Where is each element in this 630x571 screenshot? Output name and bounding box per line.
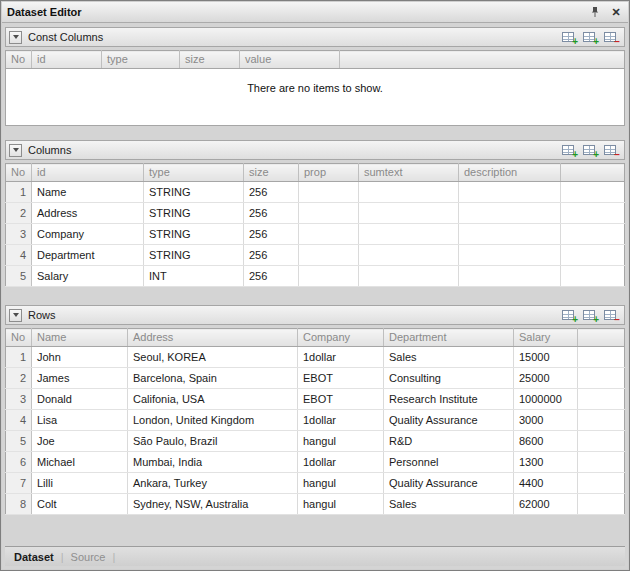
column-header[interactable]: type [144, 164, 244, 182]
row-number-cell[interactable]: 5 [6, 266, 32, 287]
data-cell[interactable]: R&D [384, 431, 514, 452]
row-number-cell[interactable]: 3 [6, 389, 32, 410]
data-cell[interactable] [299, 266, 359, 287]
close-icon[interactable]: ✕ [609, 5, 623, 19]
column-header[interactable]: sumtext [359, 164, 459, 182]
data-cell[interactable]: 1000000 [514, 389, 578, 410]
add-row-icon[interactable]: + [561, 143, 578, 158]
data-cell[interactable]: STRING [144, 224, 244, 245]
data-cell[interactable]: Department [32, 245, 144, 266]
data-cell[interactable]: 256 [244, 245, 299, 266]
data-cell[interactable] [299, 224, 359, 245]
data-cell[interactable]: hangul [298, 494, 384, 515]
data-cell[interactable]: 1dollar [298, 347, 384, 368]
data-cell[interactable]: Quality Assurance [384, 410, 514, 431]
collapse-icon[interactable] [9, 144, 22, 157]
data-cell[interactable]: Lilli [32, 473, 128, 494]
data-cell[interactable] [459, 203, 561, 224]
table-row[interactable]: 5SalaryINT256 [6, 266, 625, 287]
row-number-cell[interactable]: 3 [6, 224, 32, 245]
data-cell[interactable]: Name [32, 182, 144, 203]
data-cell[interactable] [459, 182, 561, 203]
data-cell[interactable]: 62000 [514, 494, 578, 515]
insert-row-icon[interactable]: + [582, 143, 599, 158]
column-header[interactable]: value [240, 51, 340, 69]
data-cell[interactable]: Research Institute [384, 389, 514, 410]
data-cell[interactable]: 256 [244, 224, 299, 245]
data-cell[interactable]: Seoul, KOREA [128, 347, 298, 368]
data-cell[interactable]: Califonia, USA [128, 389, 298, 410]
row-number-header[interactable]: No [6, 51, 32, 69]
table-row[interactable]: 2JamesBarcelona, SpainEBOTConsulting2500… [6, 368, 625, 389]
data-cell[interactable]: Barcelona, Spain [128, 368, 298, 389]
row-number-cell[interactable]: 4 [6, 245, 32, 266]
row-number-cell[interactable]: 7 [6, 473, 32, 494]
delete-row-icon[interactable]: − [603, 30, 620, 45]
table-row[interactable]: 3DonaldCalifonia, USAEBOTResearch Instit… [6, 389, 625, 410]
row-number-cell[interactable]: 1 [6, 182, 32, 203]
data-cell[interactable]: Company [32, 224, 144, 245]
row-number-cell[interactable]: 2 [6, 203, 32, 224]
data-cell[interactable]: 256 [244, 203, 299, 224]
tab-dataset[interactable]: Dataset [14, 551, 54, 563]
row-number-cell[interactable]: 2 [6, 368, 32, 389]
data-cell[interactable] [459, 266, 561, 287]
row-number-cell[interactable]: 5 [6, 431, 32, 452]
data-cell[interactable] [459, 245, 561, 266]
data-cell[interactable]: 256 [244, 266, 299, 287]
data-cell[interactable] [359, 245, 459, 266]
pin-icon[interactable] [588, 5, 602, 19]
column-header[interactable]: Name [32, 329, 128, 347]
column-header[interactable]: size [244, 164, 299, 182]
column-header[interactable]: id [32, 51, 102, 69]
table-row[interactable]: 8ColtSydney, NSW, AustraliahangulSales62… [6, 494, 625, 515]
data-cell[interactable]: EBOT [298, 368, 384, 389]
column-header[interactable]: Address [128, 329, 298, 347]
table-row[interactable]: 1JohnSeoul, KOREA1dollarSales15000 [6, 347, 625, 368]
data-cell[interactable]: 1dollar [298, 410, 384, 431]
data-cell[interactable]: 25000 [514, 368, 578, 389]
column-header[interactable]: size [180, 51, 240, 69]
data-cell[interactable]: 8600 [514, 431, 578, 452]
insert-row-icon[interactable]: + [582, 30, 599, 45]
data-cell[interactable]: Quality Assurance [384, 473, 514, 494]
data-cell[interactable]: 1300 [514, 452, 578, 473]
row-number-cell[interactable]: 1 [6, 347, 32, 368]
data-cell[interactable]: EBOT [298, 389, 384, 410]
data-cell[interactable]: Sydney, NSW, Australia [128, 494, 298, 515]
data-cell[interactable] [359, 224, 459, 245]
data-cell[interactable]: 15000 [514, 347, 578, 368]
data-cell[interactable]: Consulting [384, 368, 514, 389]
data-cell[interactable]: Salary [32, 266, 144, 287]
data-cell[interactable]: Donald [32, 389, 128, 410]
data-cell[interactable]: Michael [32, 452, 128, 473]
data-cell[interactable] [359, 203, 459, 224]
table-row[interactable]: 6MichaelMumbai, India1dollarPersonnel130… [6, 452, 625, 473]
column-header[interactable]: Salary [514, 329, 578, 347]
column-header[interactable]: Company [298, 329, 384, 347]
data-cell[interactable]: Ankara, Turkey [128, 473, 298, 494]
delete-row-icon[interactable]: − [603, 308, 620, 323]
data-cell[interactable] [299, 245, 359, 266]
add-row-icon[interactable]: + [561, 308, 578, 323]
data-cell[interactable] [299, 182, 359, 203]
data-cell[interactable]: 3000 [514, 410, 578, 431]
column-header[interactable]: description [459, 164, 561, 182]
row-number-cell[interactable]: 4 [6, 410, 32, 431]
tab-source[interactable]: Source [71, 551, 106, 563]
data-cell[interactable]: John [32, 347, 128, 368]
row-number-cell[interactable]: 8 [6, 494, 32, 515]
data-cell[interactable]: Joe [32, 431, 128, 452]
data-cell[interactable]: hangul [298, 473, 384, 494]
table-row[interactable]: 1NameSTRING256 [6, 182, 625, 203]
table-row[interactable]: 4LisaLondon, United Kingdom1dollarQualit… [6, 410, 625, 431]
delete-row-icon[interactable]: − [603, 143, 620, 158]
table-row[interactable]: 3CompanySTRING256 [6, 224, 625, 245]
add-row-icon[interactable]: + [561, 30, 578, 45]
data-cell[interactable] [359, 266, 459, 287]
data-cell[interactable]: hangul [298, 431, 384, 452]
data-cell[interactable] [299, 203, 359, 224]
collapse-icon[interactable] [9, 31, 22, 44]
column-header[interactable]: prop [299, 164, 359, 182]
data-cell[interactable]: 4400 [514, 473, 578, 494]
